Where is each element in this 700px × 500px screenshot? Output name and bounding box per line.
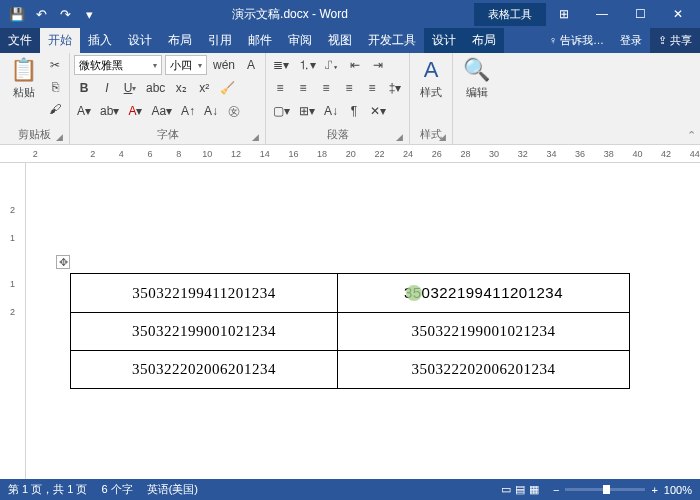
share-button[interactable]: ⇪ 共享 [650,28,700,53]
table-cell[interactable]: 350322199001021234 [337,313,629,351]
borders-icon[interactable]: ⊞▾ [296,101,318,121]
contextual-tab-title: 表格工具 [474,3,546,26]
sort-icon[interactable]: A↓ [321,101,341,121]
superscript-button[interactable]: x² [194,78,214,98]
justify-icon[interactable]: ≡ [339,78,359,98]
dialog-launcher-icon[interactable]: ◢ [439,132,446,142]
maximize-icon[interactable]: ☐ [622,4,658,24]
tab-table-layout[interactable]: 布局 [464,28,504,53]
redo-icon[interactable]: ↷ [54,3,76,25]
highlight-icon[interactable]: ab▾ [97,101,122,121]
table-cell[interactable]: 350322202006201234 [337,351,629,389]
login-button[interactable]: 登录 [612,28,650,53]
table-cell[interactable]: 350322199411201234 [337,274,629,313]
tab-table-design[interactable]: 设计 [424,28,464,53]
workspace: 2 11 2 ✥ 350322199411201234 350322199411… [0,163,700,479]
ruler-horizontal[interactable]: 2 24 68 1012 1416 1820 2224 2628 3032 34… [0,145,700,163]
group-label-clipboard: 剪贴板◢ [4,125,65,144]
close-icon[interactable]: ✕ [660,4,696,24]
status-word-count[interactable]: 6 个字 [101,482,132,497]
line-spacing-icon[interactable]: ‡▾ [385,78,405,98]
document-canvas[interactable]: ✥ 350322199411201234 350322199411201234 … [26,163,700,479]
strikethrough-button[interactable]: abc [143,78,168,98]
align-right-icon[interactable]: ≡ [316,78,336,98]
tab-layout[interactable]: 布局 [160,28,200,53]
table-cell[interactable]: 350322202006201234 [71,351,338,389]
zoom-slider[interactable] [565,488,645,491]
web-layout-icon[interactable]: ▦ [529,483,539,496]
group-label-styles: 样式◢ [414,125,448,144]
italic-button[interactable]: I [97,78,117,98]
distribute-icon[interactable]: ≡ [362,78,382,98]
tab-view[interactable]: 视图 [320,28,360,53]
multilevel-icon[interactable]: ⑀▾ [322,55,342,75]
asian-layout-icon[interactable]: ✕▾ [367,101,389,121]
dialog-launcher-icon[interactable]: ◢ [252,132,259,142]
tell-me[interactable]: ♀ 告诉我… [541,28,612,53]
minimize-icon[interactable]: — [584,4,620,24]
table-cell[interactable]: 350322199411201234 [71,274,338,313]
status-language[interactable]: 英语(美国) [147,482,198,497]
bullets-icon[interactable]: ≣▾ [270,55,292,75]
tab-review[interactable]: 审阅 [280,28,320,53]
undo-icon[interactable]: ↶ [30,3,52,25]
tab-references[interactable]: 引用 [200,28,240,53]
ruler-vertical[interactable]: 2 11 2 [0,163,26,479]
numbering-icon[interactable]: ⒈▾ [295,55,319,75]
paste-label: 粘贴 [13,85,35,100]
char-shading-icon[interactable]: Aa▾ [148,101,175,121]
table-cell[interactable]: 350322199001021234 [71,313,338,351]
enclosed-char-icon[interactable]: ㊛ [224,101,244,121]
styles-label: 样式 [420,85,442,100]
tab-insert[interactable]: 插入 [80,28,120,53]
zoom-out-button[interactable]: − [553,484,559,496]
format-painter-icon[interactable]: 🖌 [45,99,65,119]
char-border-icon[interactable]: A [241,55,261,75]
zoom-in-button[interactable]: + [651,484,657,496]
text-effects-icon[interactable]: A▾ [74,101,94,121]
tab-design[interactable]: 设计 [120,28,160,53]
status-page[interactable]: 第 1 页，共 1 页 [8,482,87,497]
cut-icon[interactable]: ✂ [45,55,65,75]
editing-button[interactable]: 🔍 编辑 [457,55,496,102]
paste-button[interactable]: 📋 粘贴 [4,55,43,102]
copy-icon[interactable]: ⎘ [45,77,65,97]
grow-font-icon[interactable]: A↑ [178,101,198,121]
dialog-launcher-icon[interactable]: ◢ [56,132,63,142]
phonetic-guide-icon[interactable]: wén [210,55,238,75]
collapse-ribbon-icon[interactable]: ⌃ [687,129,696,142]
align-center-icon[interactable]: ≡ [293,78,313,98]
clear-format-icon[interactable]: 🧹 [217,78,238,98]
document-table[interactable]: 350322199411201234 350322199411201234 35… [70,273,630,389]
bold-button[interactable]: B [74,78,94,98]
zoom-percent[interactable]: 100% [664,484,692,496]
qat-more-icon[interactable]: ▾ [78,3,100,25]
table-move-handle-icon[interactable]: ✥ [56,255,70,269]
styles-button[interactable]: A 样式 [414,55,448,102]
shading-icon[interactable]: ▢▾ [270,101,293,121]
decrease-indent-icon[interactable]: ⇤ [345,55,365,75]
table-row: 350322199001021234 350322199001021234 [71,313,630,351]
tab-file[interactable]: 文件 [0,28,40,53]
ribbon: 📋 粘贴 ✂ ⎘ 🖌 剪贴板◢ 微软雅黑▾ 小四▾ wén A B [0,53,700,145]
print-layout-icon[interactable]: ▤ [515,483,525,496]
dialog-launcher-icon[interactable]: ◢ [396,132,403,142]
font-name-combo[interactable]: 微软雅黑▾ [74,55,162,75]
increase-indent-icon[interactable]: ⇥ [368,55,388,75]
font-color-icon[interactable]: A▾ [125,101,145,121]
subscript-button[interactable]: x₂ [171,78,191,98]
group-font: 微软雅黑▾ 小四▾ wén A B I U ▾ abc x₂ x² 🧹 A▾ a… [70,53,266,144]
font-size-combo[interactable]: 小四▾ [165,55,207,75]
align-left-icon[interactable]: ≡ [270,78,290,98]
tab-mailings[interactable]: 邮件 [240,28,280,53]
underline-button[interactable]: U ▾ [120,78,140,98]
save-icon[interactable]: 💾 [6,3,28,25]
title-bar: 💾 ↶ ↷ ▾ 演示文稿.docx - Word 表格工具 ⊞ — ☐ ✕ [0,0,700,28]
show-marks-icon[interactable]: ¶ [344,101,364,121]
tab-developer[interactable]: 开发工具 [360,28,424,53]
ribbon-tabs: 文件 开始 插入 设计 布局 引用 邮件 审阅 视图 开发工具 设计 布局 ♀ … [0,28,700,53]
tab-home[interactable]: 开始 [40,28,80,53]
ribbon-options-icon[interactable]: ⊞ [546,4,582,24]
read-mode-icon[interactable]: ▭ [501,483,511,496]
shrink-font-icon[interactable]: A↓ [201,101,221,121]
